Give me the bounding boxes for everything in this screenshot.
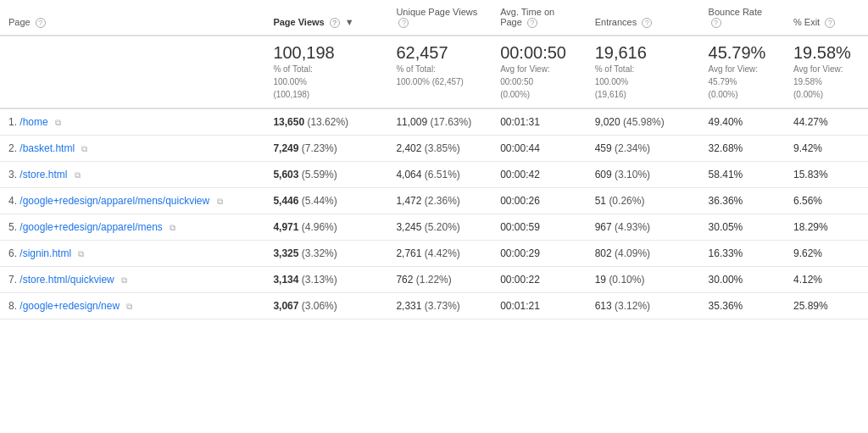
help-icon-entrances[interactable]: ? (642, 18, 652, 28)
cell-exit-3: 6.56% (785, 188, 868, 214)
pageviews-pct-4: (4.96%) (302, 221, 337, 233)
cell-pageviews-5: 3,325 (3.32%) (264, 241, 387, 267)
page-link-5[interactable]: /signin.html (19, 247, 71, 259)
row-number-6: 7. (8, 274, 17, 286)
cell-page-4: 5. /google+redesign/apparel/mens ⧉ (0, 214, 264, 241)
cell-entrances-4: 967 (4.93%) (587, 214, 700, 241)
entrances-pct-1: (2.34%) (615, 142, 650, 154)
row-number-2: 3. (8, 169, 17, 180)
page-link-0[interactable]: /home (19, 116, 47, 128)
summary-pageviews-sub3: (100,198) (273, 90, 309, 99)
cell-bounce-7: 35.36% (700, 293, 785, 319)
cell-entrances-7: 613 (3.12%) (587, 293, 700, 319)
summary-exit-cell: 19.58% Avg for View: 19.58% (0.00%) (785, 36, 868, 108)
cell-entrances-6: 19 (0.10%) (587, 267, 700, 293)
cell-page-3: 4. /google+redesign/apparel/mens/quickvi… (0, 188, 264, 214)
cell-page-1: 2. /basket.html ⧉ (0, 136, 264, 162)
copy-icon-0[interactable]: ⧉ (55, 118, 61, 128)
cell-pageviews-2: 5,603 (5.59%) (264, 162, 387, 188)
table-row: 6. /signin.html ⧉ 3,325 (3.32%) 2,761 (4… (0, 241, 868, 267)
cell-exit-1: 9.42% (785, 136, 868, 162)
summary-bounce-sub2: 45.79% (709, 77, 737, 86)
cell-pageviews-7: 3,067 (3.06%) (264, 293, 387, 319)
pageviews-pct-5: (3.32%) (302, 247, 337, 259)
column-label-page: Page (8, 17, 31, 27)
column-label-exit: % Exit (793, 17, 820, 27)
row-number-7: 8. (8, 300, 17, 312)
summary-entrances-big: 19,616 (595, 43, 692, 63)
cell-unique-6: 762 (1.22%) (387, 267, 492, 293)
summary-exit-big: 19.58% (793, 43, 860, 63)
column-header-time[interactable]: Avg. Time on Page ? (492, 0, 587, 36)
pageviews-val-1: 7,249 (273, 142, 298, 154)
copy-icon-1[interactable]: ⧉ (81, 144, 87, 154)
cell-entrances-1: 459 (2.34%) (587, 136, 700, 162)
help-icon-pageviews[interactable]: ? (330, 18, 340, 28)
row-number-0: 1. (8, 116, 17, 128)
help-icon-page[interactable]: ? (36, 18, 46, 28)
copy-icon-7[interactable]: ⧉ (126, 302, 132, 312)
help-icon-time[interactable]: ? (527, 18, 537, 28)
copy-icon-2[interactable]: ⧉ (75, 170, 81, 180)
unique-pct-4: (5.20%) (425, 221, 460, 233)
summary-pageviews-sub1: % of Total: (273, 64, 313, 74)
table-row: 1. /home ⧉ 13,650 (13.62%) 11,009 (17.63… (0, 108, 868, 136)
summary-bounce-big: 45.79% (709, 43, 776, 63)
cell-time-0: 00:01:31 (492, 108, 587, 136)
entrances-pct-5: (4.09%) (615, 247, 650, 259)
summary-pageviews-big: 100,198 (273, 43, 379, 63)
summary-entrances-sub2: 100.00% (595, 77, 628, 86)
cell-page-2: 3. /store.html ⧉ (0, 162, 264, 188)
cell-bounce-5: 16.33% (700, 241, 785, 267)
cell-time-2: 00:00:42 (492, 162, 587, 188)
summary-entrances-sub: % of Total: 100.00% (19,616) (595, 63, 692, 101)
cell-bounce-0: 49.40% (700, 108, 785, 136)
cell-bounce-1: 32.68% (700, 136, 785, 162)
copy-icon-3[interactable]: ⧉ (217, 197, 223, 207)
page-link-3[interactable]: /google+redesign/apparel/mens/quickview (19, 195, 209, 207)
column-header-pageviews[interactable]: Page Views ? ▼ (264, 0, 387, 36)
unique-pct-6: (1.22%) (416, 274, 452, 286)
summary-time-cell: 00:00:50 Avg for View: 00:00:50 (0.00%) (492, 36, 587, 108)
page-link-7[interactable]: /google+redesign/new (19, 300, 120, 312)
pageviews-val-6: 3,134 (273, 274, 298, 286)
page-link-1[interactable]: /basket.html (19, 142, 75, 154)
entrances-pct-0: (45.98%) (623, 116, 665, 128)
unique-pct-1: (3.85%) (425, 142, 460, 154)
column-header-exit[interactable]: % Exit ? (785, 0, 868, 36)
help-icon-bounce[interactable]: ? (711, 18, 721, 28)
cell-pageviews-1: 7,249 (7.23%) (264, 136, 387, 162)
summary-unique-sub2: 100.00% (62,457) (396, 77, 464, 86)
unique-pct-7: (3.73%) (425, 300, 460, 312)
row-number-5: 6. (8, 247, 17, 259)
pageviews-pct-0: (13.62%) (307, 116, 348, 128)
cell-exit-4: 18.29% (785, 214, 868, 241)
cell-pageviews-0: 13,650 (13.62%) (264, 108, 387, 136)
pageviews-pct-3: (5.44%) (302, 195, 337, 207)
copy-icon-6[interactable]: ⧉ (121, 275, 127, 286)
column-header-entrances[interactable]: Entrances ? (587, 0, 700, 36)
help-icon-unique[interactable]: ? (398, 18, 409, 28)
unique-pct-0: (17.63%) (430, 116, 471, 128)
table-row: 8. /google+redesign/new ⧉ 3,067 (3.06%) … (0, 293, 868, 319)
summary-pageviews-sub2: 100.00% (273, 77, 306, 86)
column-label-pageviews: Page Views (273, 17, 324, 27)
column-header-unique[interactable]: Unique Page Views ? (387, 0, 492, 36)
cell-time-5: 00:00:29 (492, 241, 587, 267)
cell-unique-2: 4,064 (6.51%) (387, 162, 492, 188)
page-link-6[interactable]: /store.html/quickview (19, 274, 114, 286)
cell-pageviews-6: 3,134 (3.13%) (264, 267, 387, 293)
summary-time-sub1: Avg for View: (500, 64, 550, 74)
column-header-bounce[interactable]: Bounce Rate ? (700, 0, 785, 36)
unique-pct-3: (2.36%) (425, 195, 460, 207)
copy-icon-5[interactable]: ⧉ (78, 249, 84, 259)
help-icon-exit[interactable]: ? (825, 18, 835, 28)
summary-entrances-cell: 19,616 % of Total: 100.00% (19,616) (587, 36, 700, 108)
cell-pageviews-3: 5,446 (5.44%) (264, 188, 387, 214)
cell-time-3: 00:00:26 (492, 188, 587, 214)
cell-entrances-0: 9,020 (45.98%) (587, 108, 700, 136)
copy-icon-4[interactable]: ⧉ (170, 223, 175, 233)
page-link-4[interactable]: /google+redesign/apparel/mens (19, 221, 162, 233)
cell-entrances-3: 51 (0.26%) (587, 188, 700, 214)
page-link-2[interactable]: /store.html (19, 169, 67, 180)
